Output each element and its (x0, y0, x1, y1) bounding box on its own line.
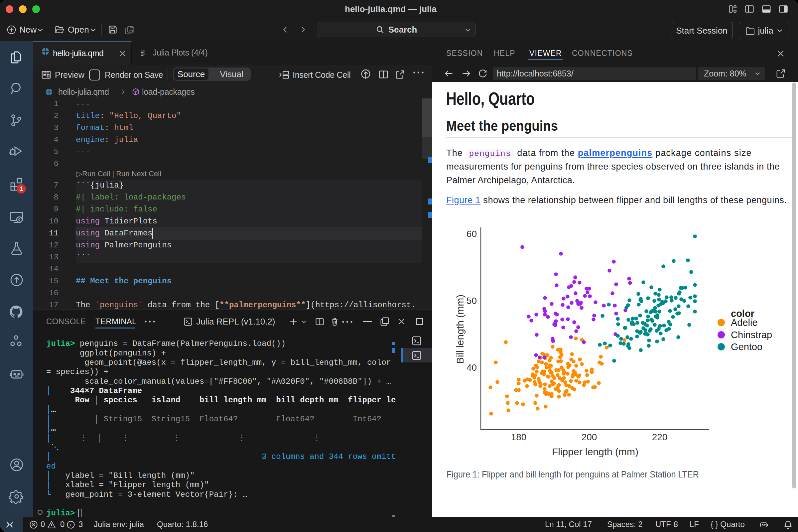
svg-text:200: 200 (582, 432, 597, 442)
svg-text:50: 50 (467, 296, 477, 306)
svg-text:60: 60 (467, 229, 477, 239)
svg-text:220: 220 (652, 432, 668, 442)
svg-text:Adelie: Adelie (731, 317, 758, 328)
svg-text:40: 40 (467, 362, 477, 373)
svg-text:Chinstrap: Chinstrap (731, 329, 772, 340)
svg-text:180: 180 (511, 432, 527, 442)
svg-text:Bill length (mm): Bill length (mm) (455, 294, 466, 364)
svg-text:Flipper length (mm): Flipper length (mm) (552, 446, 639, 457)
svg-text:Gentoo: Gentoo (731, 341, 762, 352)
